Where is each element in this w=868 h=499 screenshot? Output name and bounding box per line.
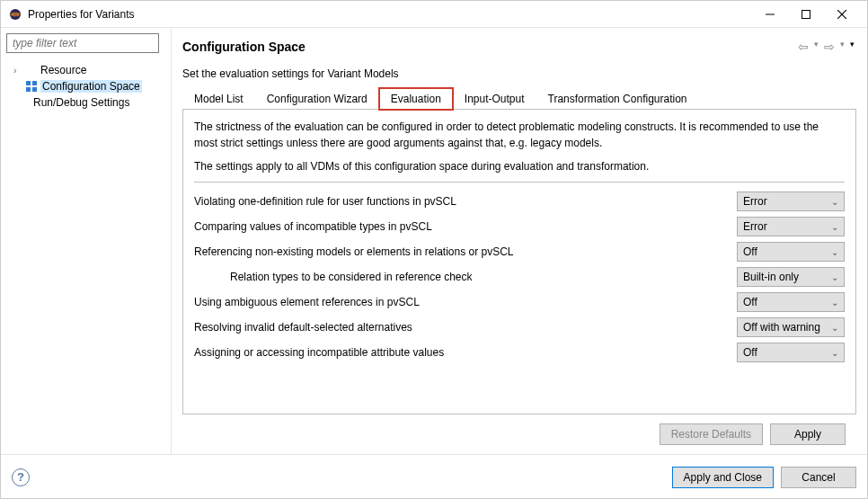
setting-row: Using ambiguous element references in pv… [194, 292, 845, 312]
window-title: Properties for Variants [28, 8, 135, 21]
svg-rect-8 [32, 81, 37, 85]
combo-value: Built-in only [743, 271, 799, 283]
setting-combo-incompatible-attr[interactable]: Off⌄ [737, 343, 845, 362]
setting-label: Using ambiguous element references in pv… [194, 296, 737, 308]
setting-label: Relation types to be considered in refer… [194, 271, 737, 283]
tab-label: Model List [194, 93, 244, 105]
tab-panel-evaluation: The strictness of the evaluation can be … [182, 110, 856, 414]
button-label: Restore Defaults [671, 428, 751, 441]
description-2: The settings apply to all VDMs of this c… [194, 158, 845, 174]
button-label: Apply [794, 428, 821, 441]
svg-rect-10 [32, 87, 37, 92]
tabs: Model List Configuration Wizard Evaluati… [182, 87, 856, 110]
panel-button-row: Restore Defaults Apply [182, 414, 856, 454]
combo-value: Off [743, 296, 757, 308]
filter-input[interactable] [6, 33, 159, 53]
config-space-icon [24, 79, 39, 94]
tree-label: Resource [40, 64, 86, 76]
sidebar: › Resource Configuration Space Run/Debug… [1, 28, 172, 454]
minimize-button[interactable] [752, 2, 788, 27]
apply-button[interactable]: Apply [770, 423, 846, 445]
setting-combo-incompatible-types[interactable]: Error⌄ [737, 217, 845, 236]
button-label: Apply and Close [684, 471, 762, 484]
chevron-down-icon: ⌄ [831, 247, 838, 257]
tab-label: Input-Output [465, 93, 525, 105]
svg-rect-4 [802, 10, 810, 18]
chevron-right-icon[interactable]: › [13, 66, 24, 76]
setting-label: Resolving invalid default-selected alter… [194, 321, 737, 334]
close-button[interactable] [824, 2, 860, 27]
combo-value: Off [743, 245, 757, 258]
page-title: Configuration Space [182, 40, 796, 54]
setting-combo-invalid-default[interactable]: Off with warning⌄ [737, 317, 845, 337]
restore-defaults-button[interactable]: Restore Defaults [660, 423, 763, 445]
tab-configuration-wizard[interactable]: Configuration Wizard [255, 88, 379, 110]
tab-evaluation[interactable]: Evaluation [379, 88, 453, 110]
setting-combo-ambiguous[interactable]: Off⌄ [737, 292, 845, 312]
setting-label: Violating one-definition rule for user f… [194, 195, 737, 208]
setting-combo-relation-types[interactable]: Built-in only⌄ [737, 267, 845, 287]
svg-rect-7 [26, 81, 31, 85]
chevron-down-icon: ⌄ [831, 222, 838, 232]
chevron-down-icon: ⌄ [831, 323, 838, 333]
tab-label: Transformation Configuration [548, 93, 687, 105]
tree-item-resource[interactable]: › Resource [6, 62, 165, 78]
setting-label: Assigning or accessing incompatible attr… [194, 346, 737, 359]
setting-combo-one-definition[interactable]: Error⌄ [737, 192, 845, 211]
combo-value: Off [743, 346, 757, 359]
nav-arrows: ⇦ ▾ ⇨ ▾ ▾ [796, 40, 856, 54]
combo-value: Error [743, 220, 767, 233]
setting-row: Relation types to be considered in refer… [194, 267, 845, 287]
tree-item-run-debug[interactable]: Run/Debug Settings [6, 94, 165, 111]
dialog-footer: ? Apply and Close Cancel [1, 454, 867, 499]
tab-input-output[interactable]: Input-Output [453, 88, 536, 110]
page-subtitle: Set the evaluation settings for Variant … [182, 67, 856, 80]
nav-tree: › Resource Configuration Space Run/Debug… [6, 62, 165, 111]
back-menu-icon[interactable]: ▾ [812, 40, 820, 54]
setting-row: Assigning or accessing incompatible attr… [194, 343, 845, 362]
main-panel: Configuration Space ⇦ ▾ ⇨ ▾ ▾ Set the ev… [172, 28, 867, 454]
setting-label: Referencing non-existing models or eleme… [194, 245, 737, 258]
tab-label: Evaluation [391, 93, 441, 105]
tree-label: Run/Debug Settings [33, 96, 129, 109]
tab-transformation-configuration[interactable]: Transformation Configuration [536, 88, 699, 110]
apply-and-close-button[interactable]: Apply and Close [672, 467, 774, 488]
tree-label: Configuration Space [40, 80, 142, 93]
titlebar: Properties for Variants [1, 1, 867, 28]
setting-row: Referencing non-existing models or eleme… [194, 242, 845, 262]
forward-menu-icon[interactable]: ▾ [838, 40, 846, 54]
forward-icon[interactable]: ⇨ [822, 40, 837, 54]
maximize-button[interactable] [788, 2, 824, 27]
combo-value: Error [743, 195, 767, 208]
setting-combo-nonexisting[interactable]: Off⌄ [737, 242, 845, 262]
setting-row: Resolving invalid default-selected alter… [194, 317, 845, 337]
cancel-button[interactable]: Cancel [781, 467, 856, 488]
tree-item-configuration-space[interactable]: Configuration Space [6, 78, 165, 94]
view-menu-icon[interactable]: ▾ [848, 40, 856, 54]
divider [194, 182, 845, 183]
setting-row: Comparing values of incompatible types i… [194, 217, 845, 236]
svg-rect-9 [26, 87, 31, 92]
back-icon[interactable]: ⇦ [796, 40, 810, 54]
setting-row: Violating one-definition rule for user f… [194, 192, 845, 211]
button-label: Cancel [802, 471, 835, 484]
setting-label: Comparing values of incompatible types i… [194, 220, 737, 233]
blank-icon [24, 63, 39, 77]
tab-label: Configuration Wizard [267, 93, 368, 105]
combo-value: Off with warning [743, 321, 820, 334]
chevron-down-icon: ⌄ [831, 348, 838, 358]
chevron-down-icon: ⌄ [831, 298, 838, 307]
eclipse-icon [8, 7, 22, 22]
description-1: The strictness of the evaluation can be … [194, 119, 845, 151]
chevron-down-icon: ⌄ [831, 272, 838, 282]
tab-model-list[interactable]: Model List [182, 88, 255, 110]
help-icon[interactable]: ? [12, 468, 30, 486]
chevron-down-icon: ⌄ [831, 197, 838, 207]
